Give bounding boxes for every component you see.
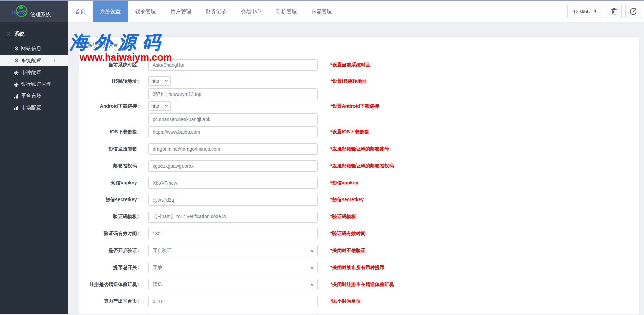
field-hint: *设置当前系统时区 bbox=[330, 62, 370, 68]
field-label: 算力产出平台币 : bbox=[88, 298, 140, 304]
field-column bbox=[148, 143, 318, 155]
text-input[interactable] bbox=[148, 160, 318, 172]
field-column: http ∨ bbox=[148, 76, 318, 100]
field-label: 提币总开关 : bbox=[88, 265, 140, 271]
field-column bbox=[148, 177, 318, 189]
trash-button[interactable] bbox=[606, 5, 622, 18]
field-hint: *发送邮箱验证码的邮箱账号 bbox=[330, 146, 389, 152]
field-column bbox=[148, 296, 318, 307]
nav-tab[interactable]: 财务记录 bbox=[198, 1, 234, 22]
nav-tab[interactable]: 矿机管理 bbox=[269, 1, 304, 22]
sidebar-section-system[interactable]: 系统 bbox=[0, 22, 68, 43]
sidebar-item[interactable]: 平台市场 bbox=[0, 90, 68, 102]
sidebar-menu: ⚙ 网站信息 ⚙ 系统配置 › ◉ 币种配置 ◉ 银行账户管理 平台市场 bbox=[0, 43, 68, 114]
user-dropdown-button[interactable]: 123456 ▼ bbox=[567, 5, 602, 18]
export-icon bbox=[630, 8, 637, 15]
text-input[interactable] bbox=[148, 113, 318, 125]
nav-tab[interactable]: 锁仓管理 bbox=[128, 1, 163, 22]
navbar-actions: 123456 ▼ bbox=[567, 1, 644, 22]
field-hint: *短信secretkey bbox=[330, 197, 364, 203]
sidebar-item-label: 市场配置 bbox=[21, 105, 41, 111]
sidebar-item[interactable]: ◉ 币种配置 bbox=[0, 66, 68, 78]
text-input[interactable] bbox=[148, 143, 318, 155]
form-row: 验证码有效时间 : *验证码有效时间 bbox=[88, 228, 639, 239]
content-panel: 系统参数设置 当前系统时区 : *设置当前系统时区 H5跳转地址 : http … bbox=[79, 36, 640, 314]
field-hint: *关闭时注册不在赠送体验矿机 bbox=[330, 281, 394, 288]
text-input[interactable] bbox=[148, 177, 318, 189]
sidebar-item[interactable]: ⚙ 系统配置 › bbox=[0, 55, 68, 66]
field-label: 是否开启验证 : bbox=[88, 248, 140, 254]
text-input[interactable] bbox=[148, 211, 318, 223]
field-column bbox=[148, 126, 318, 138]
protocol-select[interactable]: http ∨ bbox=[148, 101, 171, 111]
field-hint: *以小时为单位 bbox=[330, 298, 361, 304]
export-button[interactable] bbox=[625, 5, 641, 18]
text-input[interactable] bbox=[148, 59, 318, 71]
nav-tab[interactable]: 系统设置 bbox=[93, 1, 128, 22]
protocol-select[interactable]: http ∨ bbox=[148, 76, 171, 86]
nav-tabs: 首页系统设置锁仓管理用户管理财务记录交易中心矿机管理内容管理 bbox=[68, 1, 339, 22]
select-value: 开放 bbox=[153, 265, 162, 271]
form-row: 验证码模板 : *验证码模板 bbox=[88, 211, 639, 223]
text-input[interactable] bbox=[148, 228, 318, 239]
chevron-down-icon: ∨ bbox=[310, 282, 314, 287]
circle-dot-icon: ◉ bbox=[14, 81, 21, 87]
field-hint: *设置IOS下载链接 bbox=[330, 129, 369, 135]
text-input[interactable] bbox=[148, 296, 318, 307]
select-input[interactable]: 开放 ∨ bbox=[148, 262, 318, 273]
select-input[interactable]: 开启验证 ∨ bbox=[148, 245, 318, 256]
sidebar: 系统 ⚙ 网站信息 ⚙ 系统配置 › ◉ 币种配置 ◉ 银行账户管理 bbox=[0, 22, 68, 314]
form-row: 是否开启验证 : 开启验证 ∨ *关闭时不做验证 bbox=[88, 245, 639, 256]
form-row: 当前系统时区 : *设置当前系统时区 bbox=[88, 59, 639, 71]
chevron-down-icon: ▼ bbox=[594, 9, 597, 13]
chevron-down-icon: ∨ bbox=[164, 104, 168, 108]
field-column: 赠送 ∨ bbox=[148, 279, 318, 290]
field-label: H5跳转地址 : bbox=[88, 76, 140, 86]
field-hint: *短信appkey bbox=[330, 180, 358, 186]
text-input[interactable] bbox=[148, 313, 318, 314]
field-hint: *设置Android下载链接 bbox=[330, 101, 379, 111]
field-hint: *验证码有效时间 bbox=[330, 231, 365, 237]
user-dropdown-label: 123456 bbox=[573, 8, 590, 14]
sidebar-item[interactable]: ⚙ 网站信息 bbox=[0, 43, 68, 55]
field-column bbox=[148, 160, 318, 172]
field-label: 验证码模板 : bbox=[88, 214, 140, 220]
top-navbar: USDZ 管理系统 首页系统设置锁仓管理用户管理财务记录交易中心矿机管理内容管理… bbox=[0, 0, 644, 22]
sidebar-item-label: 网站信息 bbox=[21, 45, 41, 52]
field-label: 注册是否赠送体验矿机 : bbox=[88, 281, 140, 288]
field-column bbox=[148, 59, 318, 71]
text-input[interactable] bbox=[148, 194, 318, 206]
field-label: Android下载链接 : bbox=[88, 101, 140, 111]
form-row: 提币总开关 : 开放 ∨ *关闭时禁止所有币种提币 bbox=[88, 262, 639, 273]
text-input[interactable] bbox=[148, 126, 318, 138]
bar-chart-icon bbox=[14, 94, 21, 99]
nav-tab[interactable]: 首页 bbox=[68, 1, 93, 22]
form-row: Android下载链接 : http ∨ *设置Android下载链接 bbox=[88, 101, 639, 125]
select-input[interactable]: 赠送 ∨ bbox=[148, 279, 318, 290]
text-input[interactable] bbox=[148, 88, 318, 100]
sidebar-item[interactable]: ◉ 银行账户管理 bbox=[0, 78, 68, 90]
field-label: 短信appkey : bbox=[88, 180, 140, 186]
nav-tab[interactable]: 用户管理 bbox=[163, 1, 198, 22]
chevron-right-icon: › bbox=[53, 58, 56, 63]
nav-tab[interactable]: 交易中心 bbox=[234, 1, 269, 22]
field-hint: *发送邮箱验证码的邮箱授权码 bbox=[330, 163, 394, 169]
main-content: 海外源码 www.haiwaiym.com 系统参数设置 当前系统时区 : *设… bbox=[68, 22, 644, 314]
form-row: 邮箱授权码 : *发送邮箱验证码的邮箱授权码 bbox=[88, 160, 639, 172]
settings-form: 当前系统时区 : *设置当前系统时区 H5跳转地址 : http ∨ *设置H5… bbox=[79, 54, 639, 314]
sidebar-item[interactable]: 市场配置 bbox=[0, 102, 68, 114]
form-row: IOS下载链接 : *设置IOS下载链接 bbox=[88, 126, 639, 138]
chevron-down-icon: ∨ bbox=[310, 249, 314, 253]
field-label: 验证码有效时间 : bbox=[88, 231, 140, 237]
gear-icon: ⚙ bbox=[14, 45, 21, 52]
field-column: 开启验证 ∨ bbox=[148, 245, 318, 256]
field-column bbox=[148, 194, 318, 206]
brand-text: USDZ bbox=[12, 10, 25, 15]
field-label: IOS下载链接 : bbox=[88, 129, 140, 135]
select-value: 赠送 bbox=[153, 281, 162, 288]
field-column bbox=[148, 211, 318, 223]
protocol-select-value: http bbox=[151, 78, 159, 84]
field-column bbox=[148, 313, 318, 314]
nav-tab[interactable]: 内容管理 bbox=[304, 1, 339, 22]
panel-title: 系统参数设置 bbox=[79, 37, 639, 54]
